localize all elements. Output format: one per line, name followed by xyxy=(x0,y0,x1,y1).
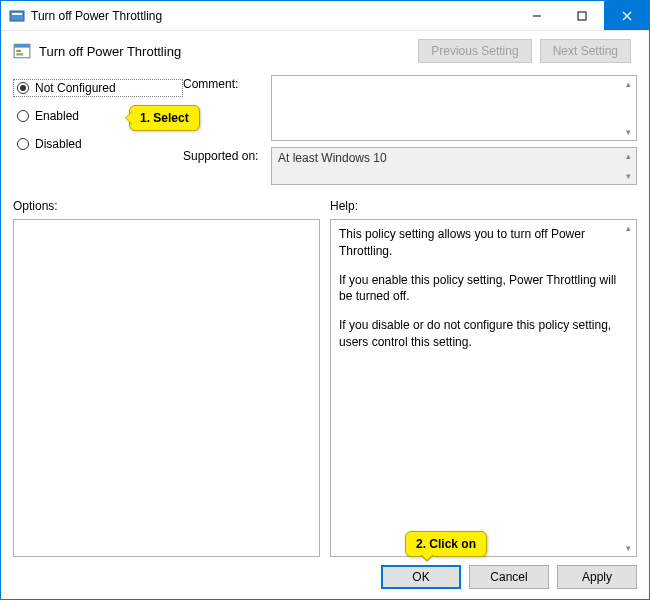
next-setting-button[interactable]: Next Setting xyxy=(540,39,631,63)
scroll-up-icon[interactable]: ▴ xyxy=(621,149,635,163)
titlebar: Turn off Power Throttling xyxy=(1,1,649,31)
radio-label: Enabled xyxy=(35,109,79,123)
nav-buttons: Previous Setting Next Setting xyxy=(418,39,631,63)
svg-rect-3 xyxy=(578,12,586,20)
policy-icon xyxy=(13,42,31,60)
config-row: Not Configured Enabled Disabled Comment:… xyxy=(13,75,637,185)
radio-disabled[interactable]: Disabled xyxy=(13,135,183,153)
help-paragraph: If you disable or do not configure this … xyxy=(339,317,628,351)
columns-row: Options: Help: This policy setting allow… xyxy=(13,199,637,557)
options-column: Options: xyxy=(13,199,320,557)
previous-setting-button[interactable]: Previous Setting xyxy=(418,39,531,63)
policy-editor-window: Turn off Power Throttling Turn off Power… xyxy=(0,0,650,600)
policy-title: Turn off Power Throttling xyxy=(39,44,418,59)
svg-rect-7 xyxy=(14,44,30,47)
apply-button[interactable]: Apply xyxy=(557,565,637,589)
radio-circle-icon xyxy=(17,110,29,122)
help-label: Help: xyxy=(330,199,637,213)
annotation-select: 1. Select xyxy=(129,105,200,131)
radio-not-configured[interactable]: Not Configured xyxy=(13,79,183,97)
annotation-click-on: 2. Click on xyxy=(405,531,487,557)
supported-on-field: At least Windows 10 ▴ ▾ xyxy=(271,147,637,185)
svg-rect-8 xyxy=(16,50,21,52)
radio-label: Not Configured xyxy=(35,81,116,95)
svg-rect-1 xyxy=(12,13,22,15)
scroll-down-icon[interactable]: ▾ xyxy=(621,125,635,139)
comment-textarea[interactable]: ▴ ▾ xyxy=(271,75,637,141)
scroll-up-icon[interactable]: ▴ xyxy=(621,77,635,91)
options-label: Options: xyxy=(13,199,320,213)
window-title: Turn off Power Throttling xyxy=(31,9,514,23)
help-column: Help: This policy setting allows you to … xyxy=(330,199,637,557)
scroll-down-icon[interactable]: ▾ xyxy=(621,169,635,183)
content-area: Turn off Power Throttling Previous Setti… xyxy=(1,31,649,599)
svg-rect-9 xyxy=(16,53,23,55)
help-paragraph: This policy setting allows you to turn o… xyxy=(339,226,628,260)
scroll-down-icon[interactable]: ▾ xyxy=(621,541,635,555)
radio-label: Disabled xyxy=(35,137,82,151)
config-fields: Comment: ▴ ▾ Supported on: At least Wind… xyxy=(183,75,637,185)
cancel-button[interactable]: Cancel xyxy=(469,565,549,589)
header-row: Turn off Power Throttling Previous Setti… xyxy=(13,39,637,63)
maximize-button[interactable] xyxy=(559,1,604,30)
supported-row: Supported on: At least Windows 10 ▴ ▾ xyxy=(183,147,637,185)
svg-rect-0 xyxy=(10,11,24,21)
titlebar-buttons xyxy=(514,1,649,30)
supported-value: At least Windows 10 xyxy=(278,151,387,165)
minimize-button[interactable] xyxy=(514,1,559,30)
options-box xyxy=(13,219,320,557)
close-button[interactable] xyxy=(604,1,649,30)
help-paragraph: If you enable this policy setting, Power… xyxy=(339,272,628,306)
footer-buttons: 2. Click on OK Cancel Apply xyxy=(13,557,637,589)
supported-label: Supported on: xyxy=(183,147,263,185)
comment-row: Comment: ▴ ▾ xyxy=(183,75,637,141)
help-box: This policy setting allows you to turn o… xyxy=(330,219,637,557)
scroll-up-icon[interactable]: ▴ xyxy=(621,221,635,235)
radio-dot-icon xyxy=(17,82,29,94)
app-icon xyxy=(9,8,25,24)
radio-circle-icon xyxy=(17,138,29,150)
